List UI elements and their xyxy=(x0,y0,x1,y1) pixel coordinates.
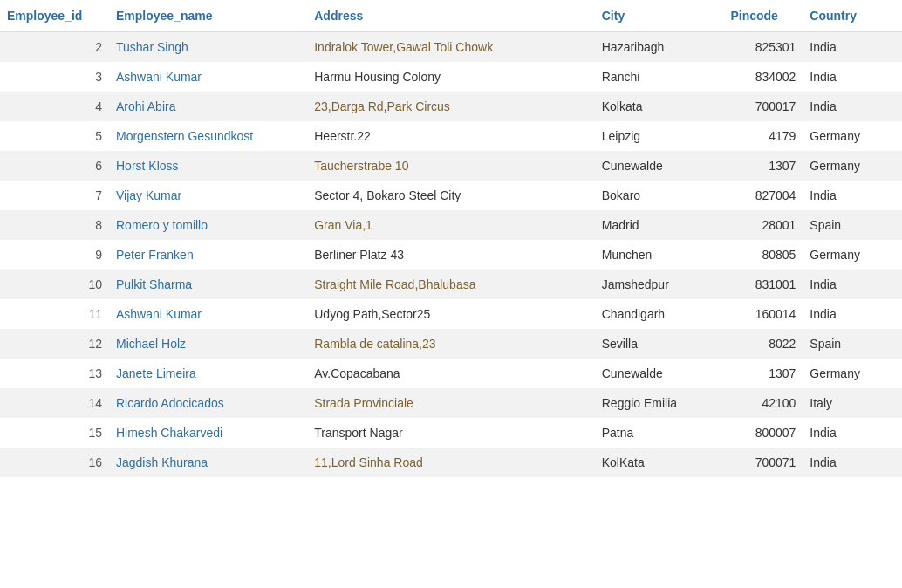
table-row: 11Ashwani KumarUdyog Path,Sector25Chandi… xyxy=(0,299,902,329)
cell-name: Ashwani Kumar xyxy=(109,62,307,92)
cell-country: India xyxy=(803,448,902,477)
cell-country: India xyxy=(803,62,902,92)
table-row: 4Arohi Abira23,Darga Rd,Park CircusKolka… xyxy=(0,92,902,121)
cell-country: Germany xyxy=(803,121,902,151)
cell-pincode: 4179 xyxy=(723,121,803,151)
cell-address: Straight Mile Road,Bhalubasa xyxy=(307,270,595,299)
table-row: 9Peter FrankenBerliner Platz 43Munchen80… xyxy=(0,240,902,270)
cell-country: India xyxy=(803,92,902,121)
cell-address: Strada Provinciale xyxy=(307,388,595,418)
cell-id: 7 xyxy=(0,181,109,210)
cell-id: 5 xyxy=(0,121,109,151)
cell-pincode: 80805 xyxy=(723,240,803,270)
col-header-address: Address xyxy=(307,0,595,32)
cell-city: Hazaribagh xyxy=(595,32,724,63)
cell-city: Leipzig xyxy=(595,121,724,151)
cell-address: 11,Lord Sinha Road xyxy=(307,448,595,477)
col-header-city: City xyxy=(595,0,724,32)
cell-name: Pulkit Sharma xyxy=(109,270,307,299)
cell-country: Germany xyxy=(803,151,902,181)
table-row: 7Vijay KumarSector 4, Bokaro Steel CityB… xyxy=(0,181,902,210)
table-row: 5Morgenstern GesundkostHeerstr.22Leipzig… xyxy=(0,121,902,151)
cell-country: Spain xyxy=(803,210,902,240)
cell-address: Harmu Housing Colony xyxy=(307,62,595,92)
cell-address: Av.Copacabana xyxy=(307,359,595,388)
cell-pincode: 700017 xyxy=(723,92,803,121)
table-row: 8Romero y tomilloGran Via,1Madrid28001Sp… xyxy=(0,210,902,240)
col-header-id: Employee_id xyxy=(0,0,109,32)
cell-pincode: 827004 xyxy=(723,181,803,210)
cell-city: Cunewalde xyxy=(595,359,724,388)
cell-name: Arohi Abira xyxy=(109,92,307,121)
cell-name: Tushar Singh xyxy=(109,32,307,63)
cell-country: Italy xyxy=(803,388,902,418)
cell-city: Ranchi xyxy=(595,62,724,92)
cell-id: 9 xyxy=(0,240,109,270)
cell-name: Horst Kloss xyxy=(109,151,307,181)
cell-address: Taucherstrabe 10 xyxy=(307,151,595,181)
cell-id: 15 xyxy=(0,418,109,448)
table-body: 2Tushar SinghIndralok Tower,Gawal Toli C… xyxy=(0,32,902,478)
cell-name: Jagdish Khurana xyxy=(109,448,307,477)
cell-city: Madrid xyxy=(595,210,724,240)
cell-id: 16 xyxy=(0,448,109,477)
cell-country: India xyxy=(803,270,902,299)
cell-address: Gran Via,1 xyxy=(307,210,595,240)
cell-id: 3 xyxy=(0,62,109,92)
cell-id: 13 xyxy=(0,359,109,388)
table-row: 10Pulkit SharmaStraight Mile Road,Bhalub… xyxy=(0,270,902,299)
cell-city: Kolkata xyxy=(595,92,724,121)
cell-address: Indralok Tower,Gawal Toli Chowk xyxy=(307,32,595,63)
cell-address: Heerstr.22 xyxy=(307,121,595,151)
cell-city: Bokaro xyxy=(595,181,724,210)
cell-id: 14 xyxy=(0,388,109,418)
cell-id: 4 xyxy=(0,92,109,121)
cell-address: Rambla de catalina,23 xyxy=(307,329,595,359)
cell-address: 23,Darga Rd,Park Circus xyxy=(307,92,595,121)
cell-address: Sector 4, Bokaro Steel City xyxy=(307,181,595,210)
cell-pincode: 831001 xyxy=(723,270,803,299)
table-row: 16Jagdish Khurana11,Lord Sinha RoadKolKa… xyxy=(0,448,902,477)
table-header-row: Employee_id Employee_name Address City P… xyxy=(0,0,902,32)
cell-id: 8 xyxy=(0,210,109,240)
cell-city: KolKata xyxy=(595,448,724,477)
cell-city: Patna xyxy=(595,418,724,448)
cell-pincode: 700071 xyxy=(723,448,803,477)
table-row: 13Janete LimeiraAv.CopacabanaCunewalde13… xyxy=(0,359,902,388)
cell-country: India xyxy=(803,181,902,210)
cell-pincode: 825301 xyxy=(723,32,803,63)
cell-name: Ricardo Adocicados xyxy=(109,388,307,418)
cell-address: Transport Nagar xyxy=(307,418,595,448)
cell-name: Michael Holz xyxy=(109,329,307,359)
cell-id: 11 xyxy=(0,299,109,329)
table-row: 15Himesh ChakarvediTransport NagarPatna8… xyxy=(0,418,902,448)
cell-id: 2 xyxy=(0,32,109,63)
cell-pincode: 42100 xyxy=(723,388,803,418)
col-header-pincode: Pincode xyxy=(723,0,803,32)
employee-table: Employee_id Employee_name Address City P… xyxy=(0,0,902,477)
cell-name: Vijay Kumar xyxy=(109,181,307,210)
cell-pincode: 1307 xyxy=(723,151,803,181)
cell-pincode: 160014 xyxy=(723,299,803,329)
cell-name: Romero y tomillo xyxy=(109,210,307,240)
table-row: 14Ricardo AdocicadosStrada ProvincialeRe… xyxy=(0,388,902,418)
cell-name: Himesh Chakarvedi xyxy=(109,418,307,448)
cell-id: 10 xyxy=(0,270,109,299)
table-row: 6Horst KlossTaucherstrabe 10Cunewalde130… xyxy=(0,151,902,181)
cell-id: 6 xyxy=(0,151,109,181)
cell-country: Germany xyxy=(803,240,902,270)
cell-id: 12 xyxy=(0,329,109,359)
cell-name: Peter Franken xyxy=(109,240,307,270)
cell-city: Jamshedpur xyxy=(595,270,724,299)
cell-pincode: 800007 xyxy=(723,418,803,448)
cell-country: India xyxy=(803,32,902,63)
cell-address: Udyog Path,Sector25 xyxy=(307,299,595,329)
cell-city: Munchen xyxy=(595,240,724,270)
cell-pincode: 1307 xyxy=(723,359,803,388)
cell-name: Ashwani Kumar xyxy=(109,299,307,329)
cell-country: Spain xyxy=(803,329,902,359)
cell-city: Reggio Emilia xyxy=(595,388,724,418)
col-header-name: Employee_name xyxy=(109,0,307,32)
table-row: 3Ashwani KumarHarmu Housing ColonyRanchi… xyxy=(0,62,902,92)
cell-pincode: 8022 xyxy=(723,329,803,359)
